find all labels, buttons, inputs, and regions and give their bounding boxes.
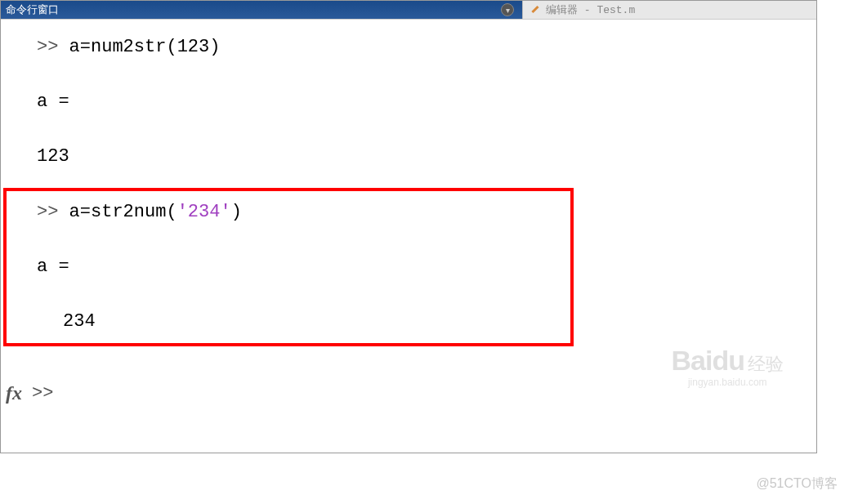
input-prompt: >> [32, 383, 53, 404]
active-tab[interactable]: 命令行窗口 ▾ [1, 1, 522, 19]
command-func: a=str2num( [69, 202, 177, 222]
titlebar-row: 命令行窗口 ▾ 编辑器 - Test.m [1, 1, 816, 20]
result-val-1: 123 [1, 139, 816, 174]
result-val-2: 234 [1, 304, 816, 339]
code-line-2: >> a=str2num('234') [1, 194, 816, 230]
command-text: a=num2str(123) [69, 37, 221, 57]
pencil-icon [530, 4, 541, 16]
command-window-content[interactable]: >> a=num2str(123) a = 123 >> a=str2num('… [1, 20, 816, 453]
app-window: 命令行窗口 ▾ 编辑器 - Test.m >> a=num2str(123) a… [0, 0, 817, 453]
watermark: Baidu经验 jingyan.baidu.com [672, 345, 784, 388]
prompt: >> [37, 37, 58, 57]
watermark-url: jingyan.baidu.com [672, 377, 784, 388]
string-literal: '234' [177, 202, 231, 222]
prompt: >> [37, 202, 58, 222]
watermark-logo-1: Bai [672, 345, 713, 376]
prompt-row[interactable]: fx >> [6, 382, 53, 404]
command-close: ) [231, 202, 242, 222]
code-line-1: >> a=num2str(123) [1, 29, 816, 65]
inactive-tab-label: 编辑器 - Test.m [546, 2, 635, 17]
result-var-2: a = [1, 249, 816, 284]
watermark-logo-2: du [712, 345, 744, 376]
result-var-1: a = [1, 84, 816, 119]
fx-icon[interactable]: fx [6, 382, 22, 404]
dropdown-icon[interactable]: ▾ [501, 3, 514, 16]
watermark-tag: 经验 [748, 355, 784, 376]
window-title: 命令行窗口 [6, 2, 501, 17]
inactive-tab-editor[interactable]: 编辑器 - Test.m [522, 1, 816, 19]
footer-credit: @51CTO博客 [756, 475, 838, 493]
